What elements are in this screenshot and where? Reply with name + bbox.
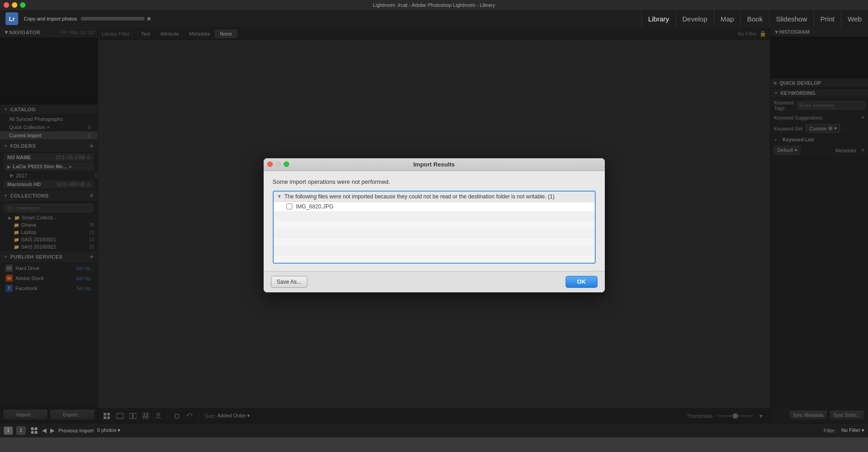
minimize-button[interactable] xyxy=(12,2,17,8)
modal-window-controls xyxy=(267,161,289,167)
nav-library[interactable]: Library xyxy=(641,10,676,27)
import-status-label: Copy and import photos xyxy=(24,16,77,21)
lr-logo: Lr xyxy=(5,12,18,25)
modal-max-button xyxy=(284,161,289,167)
grid-size-toggle xyxy=(31,427,38,434)
results-empty-2 xyxy=(274,221,595,229)
import-progress-bar xyxy=(81,17,145,21)
results-group-header[interactable]: ▼ The following files were not imported … xyxy=(274,192,595,202)
nav-book[interactable]: Book xyxy=(740,10,769,27)
grid-size-icon xyxy=(31,427,38,434)
svg-rect-15 xyxy=(31,427,34,430)
main-area: ▼ Navigator FIT FILL 1:1 1:2 ▼ Catalog A… xyxy=(0,27,868,423)
modal-message: Some import operations were not performe… xyxy=(273,178,596,185)
modal-overlay: Import Results Some import operations we… xyxy=(0,27,868,423)
title-bar: Lightroom .lrcat - Adobe Photoshop Light… xyxy=(0,0,868,10)
results-group-arrow: ▼ xyxy=(277,194,282,199)
modal-close-button[interactable] xyxy=(267,161,273,167)
results-file-checkbox[interactable] xyxy=(286,203,292,209)
results-file-row: IMG_6820.JPG xyxy=(274,202,595,212)
modal-footer: Save As... OK xyxy=(264,271,605,292)
filter-status-label: Filter : xyxy=(824,428,838,433)
modal-dialog: Import Results Some import operations we… xyxy=(264,158,605,292)
svg-rect-18 xyxy=(35,431,37,434)
import-cancel-button[interactable]: ✕ xyxy=(146,16,151,22)
nav-develop[interactable]: Develop xyxy=(676,10,714,27)
results-file-name: IMG_6820.JPG xyxy=(296,203,334,210)
save-as-button[interactable]: Save As... xyxy=(271,276,307,288)
results-empty-1 xyxy=(274,212,595,221)
filter-value-dropdown[interactable]: No Filter ▾ xyxy=(841,427,864,433)
status-num-2[interactable]: 2 xyxy=(16,426,26,435)
window-title: Lightroom .lrcat - Adobe Photoshop Light… xyxy=(373,2,495,8)
modal-min-button xyxy=(275,161,281,167)
results-empty-6 xyxy=(274,255,595,264)
results-empty-5 xyxy=(274,246,595,255)
maximize-button[interactable] xyxy=(20,2,26,8)
ok-button[interactable]: OK xyxy=(566,276,598,288)
nav-print[interactable]: Print xyxy=(814,10,841,27)
modal-titlebar: Import Results xyxy=(264,158,605,171)
window-controls xyxy=(4,2,26,8)
status-next-arrow[interactable]: ▶ xyxy=(50,427,55,434)
close-button[interactable] xyxy=(4,2,9,8)
results-empty-3 xyxy=(274,229,595,238)
results-group-label: The following files were not imported be… xyxy=(284,193,554,200)
nav-map[interactable]: Map xyxy=(714,10,740,27)
photos-count-dropdown[interactable]: 0 photos ▾ xyxy=(97,427,120,433)
svg-rect-17 xyxy=(31,431,34,434)
status-num-1[interactable]: 1 xyxy=(4,426,13,435)
modal-results-list[interactable]: ▼ The following files were not imported … xyxy=(273,191,596,264)
nav-web[interactable]: Web xyxy=(841,10,868,27)
previous-import-label: Previous Import xyxy=(58,428,94,433)
svg-rect-16 xyxy=(35,427,37,430)
modal-title: Import Results xyxy=(413,161,455,168)
status-prev-arrow[interactable]: ◀ xyxy=(42,427,47,434)
modal-body: Some import operations were not performe… xyxy=(264,171,605,271)
results-empty-4 xyxy=(274,238,595,246)
nav-links: Library Develop Map Book Slideshow Print… xyxy=(641,10,868,27)
status-bar: 1 2 ◀ ▶ Previous Import 0 photos ▾ Filte… xyxy=(0,423,868,437)
nav-bar: Lr Copy and import photos ✕ Library Deve… xyxy=(0,10,868,27)
nav-slideshow[interactable]: Slideshow xyxy=(769,10,813,27)
